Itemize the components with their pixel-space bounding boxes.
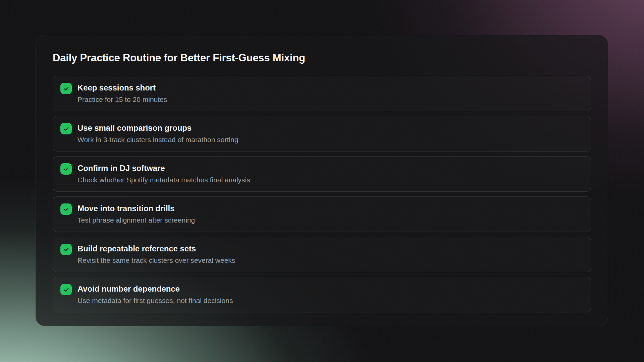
item-label: Use small comparison groups (77, 123, 238, 133)
item-text: Move into transition drills Test phrase … (77, 203, 195, 225)
item-text: Confirm in DJ software Check whether Spo… (77, 163, 250, 185)
item-label: Keep sessions short (77, 82, 167, 93)
item-label: Build repeatable reference sets (77, 243, 235, 254)
item-description: Work in 3-track clusters instead of mara… (77, 135, 238, 144)
item-description: Use metadata for first guesses, not fina… (77, 296, 233, 305)
item-description: Check whether Spotify metadata matches f… (77, 175, 250, 185)
checklist-item[interactable]: Build repeatable reference sets Revisit … (53, 237, 591, 272)
page-title: Daily Practice Routine for Better First-… (53, 51, 591, 65)
checklist-card: Daily Practice Routine for Better First-… (36, 35, 608, 326)
checkbox[interactable] (60, 244, 72, 255)
item-description: Practice for 15 to 20 minutes (77, 95, 167, 104)
item-text: Build repeatable reference sets Revisit … (77, 243, 235, 265)
checklist-item[interactable]: Move into transition drills Test phrase … (53, 196, 591, 232)
checklist-item[interactable]: Avoid number dependence Use metadata for… (53, 277, 591, 312)
item-label: Avoid number dependence (77, 284, 233, 294)
item-text: Keep sessions short Practice for 15 to 2… (77, 82, 167, 104)
checklist: Keep sessions short Practice for 15 to 2… (53, 76, 591, 312)
checkbox[interactable] (60, 83, 72, 94)
check-icon (63, 206, 69, 213)
checkbox[interactable] (60, 203, 72, 215)
check-icon (63, 166, 69, 172)
item-text: Avoid number dependence Use metadata for… (77, 284, 233, 305)
checkbox[interactable] (60, 123, 72, 134)
checkbox[interactable] (60, 163, 72, 175)
checkbox[interactable] (60, 284, 72, 295)
item-text: Use small comparison groups Work in 3-tr… (77, 123, 238, 144)
item-description: Test phrase alignment after screening (77, 215, 195, 225)
check-icon (63, 126, 69, 132)
check-icon (63, 287, 69, 293)
item-label: Confirm in DJ software (77, 163, 250, 173)
check-icon (63, 85, 69, 92)
page-background: { "card": { "title": "Daily Practice Rou… (0, 0, 644, 362)
check-icon (63, 246, 69, 253)
item-label: Move into transition drills (77, 203, 195, 214)
item-description: Revisit the same track clusters over sev… (77, 255, 235, 265)
checklist-item[interactable]: Confirm in DJ software Check whether Spo… (53, 156, 591, 192)
checklist-item[interactable]: Use small comparison groups Work in 3-tr… (53, 116, 591, 152)
checklist-item[interactable]: Keep sessions short Practice for 15 to 2… (53, 76, 591, 111)
